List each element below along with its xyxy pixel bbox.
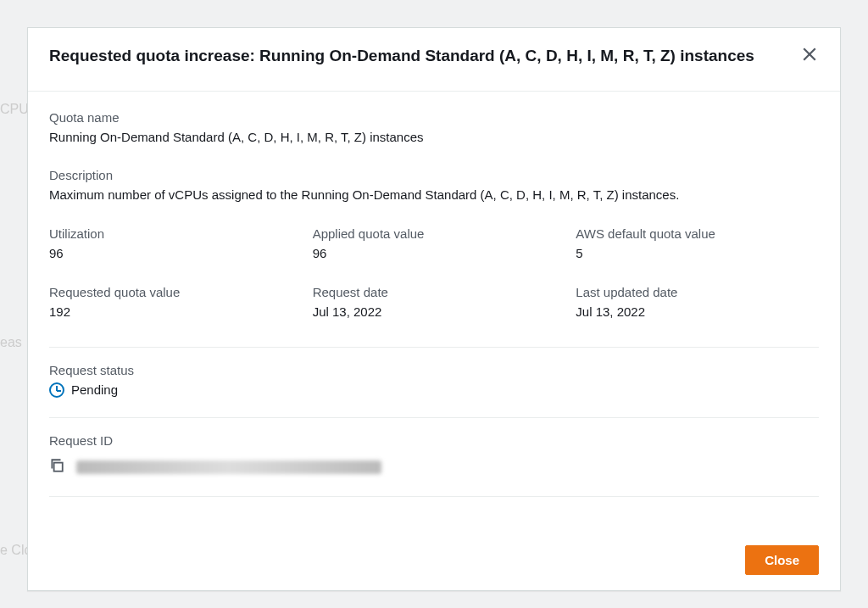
field-label: Request status [49, 363, 819, 377]
field-request-date: Request date Jul 13, 2022 [313, 285, 556, 321]
field-value: 5 [576, 244, 819, 263]
modal-title: Requested quota increase: Running On-Dem… [49, 45, 754, 67]
divider [49, 417, 819, 418]
divider [49, 496, 819, 497]
field-label: Requested quota value [49, 285, 292, 299]
field-label: Last updated date [576, 285, 819, 299]
quota-increase-modal: Requested quota increase: Running On-Dem… [27, 27, 841, 591]
svg-rect-2 [54, 463, 63, 471]
field-value: Maximum number of vCPUs assigned to the … [49, 186, 819, 204]
field-value: Running On-Demand Standard (A, C, D, H, … [49, 128, 819, 147]
request-id-value-redacted [76, 460, 381, 474]
field-applied-quota: Applied quota value 96 [313, 226, 556, 263]
modal-body: Quota name Running On-Demand Standard (A… [28, 92, 840, 533]
field-label: Request ID [49, 433, 819, 448]
field-default-quota: AWS default quota value 5 [576, 226, 819, 263]
field-label: AWS default quota value [576, 226, 819, 241]
status-badge: Pending [71, 381, 118, 399]
modal-footer: Close [28, 533, 840, 590]
field-value: Jul 13, 2022 [576, 303, 819, 321]
field-utilization: Utilization 96 [49, 226, 292, 263]
field-quota-name: Quota name Running On-Demand Standard (A… [49, 110, 819, 147]
field-label: Description [49, 168, 819, 182]
field-value: 192 [49, 303, 292, 321]
copy-icon [49, 458, 64, 476]
field-request-status: Request status Pending [49, 363, 819, 399]
field-value: 96 [49, 244, 292, 263]
copy-button[interactable] [49, 458, 64, 476]
field-label: Quota name [49, 110, 819, 125]
field-requested-quota: Requested quota value 192 [49, 285, 292, 321]
field-label: Request date [313, 285, 556, 299]
pending-clock-icon [49, 382, 64, 398]
field-value: Jul 13, 2022 [313, 303, 556, 321]
field-last-updated: Last updated date Jul 13, 2022 [576, 285, 819, 321]
field-value: 96 [313, 244, 556, 263]
close-button[interactable]: Close [745, 545, 819, 575]
field-description: Description Maximum number of vCPUs assi… [49, 168, 819, 204]
divider [49, 347, 819, 348]
field-request-id: Request ID [49, 433, 819, 476]
field-label: Applied quota value [313, 226, 556, 241]
close-icon-button[interactable] [800, 45, 819, 64]
page-bg-text: eas [0, 335, 22, 350]
field-label: Utilization [49, 226, 292, 241]
modal-header: Requested quota increase: Running On-Dem… [28, 28, 840, 92]
